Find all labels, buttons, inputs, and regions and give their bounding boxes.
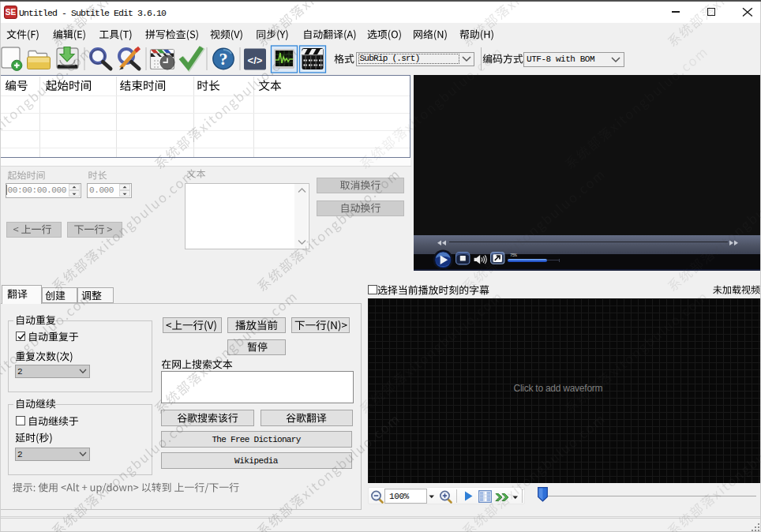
svg-text:</>: </> [248, 54, 263, 66]
svg-text:SE: SE [6, 8, 17, 17]
svg-text:?: ? [219, 49, 228, 69]
